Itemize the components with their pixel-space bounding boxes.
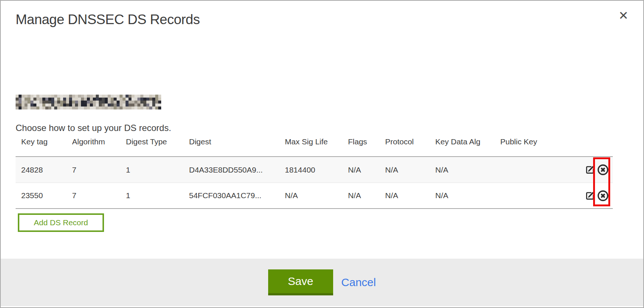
delete-icon[interactable] xyxy=(597,190,609,202)
cell-max-sig-life: N/A xyxy=(285,191,348,200)
table-body: 24828 7 1 D4A33E8DD550A9... 1814400 N/A … xyxy=(16,156,613,209)
cell-digest-type: 1 xyxy=(126,191,189,200)
cell-algorithm: 7 xyxy=(72,166,126,174)
page-title: Manage DNSSEC DS Records xyxy=(16,12,200,27)
col-header-key-tag: Key tag xyxy=(21,135,72,146)
cell-key-tag: 24828 xyxy=(21,166,72,174)
col-header-algorithm: Algorithm xyxy=(72,135,126,146)
cell-key-data-alg: N/A xyxy=(435,166,500,174)
col-header-digest: Digest xyxy=(189,135,285,146)
table-row: 24828 7 1 D4A33E8DD550A9... 1814400 N/A … xyxy=(16,157,613,183)
col-header-protocol: Protocol xyxy=(385,135,435,146)
add-ds-record-button[interactable]: Add DS Record xyxy=(18,213,104,232)
manage-dnssec-modal: Manage DNSSEC DS Records ✕ Choose how to… xyxy=(0,0,644,308)
instruction-text: Choose how to set up your DS records. xyxy=(16,123,171,133)
cell-flags: N/A xyxy=(348,166,385,174)
col-header-digest-type: Digest Type xyxy=(126,135,189,146)
edit-icon[interactable] xyxy=(585,191,595,201)
cell-algorithm: 7 xyxy=(72,191,126,200)
redacted-domain-name xyxy=(16,95,161,109)
table-header-row: Key tag Algorithm Digest Type Digest Max… xyxy=(16,135,613,156)
table-row: 23550 7 1 54FCF030AA1C79... N/A N/A N/A … xyxy=(16,183,613,208)
col-header-flags: Flags xyxy=(348,135,385,146)
col-header-public-key: Public Key xyxy=(500,135,569,146)
cell-key-tag: 23550 xyxy=(21,191,72,200)
cell-max-sig-life: 1814400 xyxy=(285,166,348,174)
cell-digest: D4A33E8DD550A9... xyxy=(189,166,285,174)
save-button[interactable]: Save xyxy=(268,269,333,295)
cell-flags: N/A xyxy=(348,191,385,200)
cancel-link[interactable]: Cancel xyxy=(341,276,376,289)
edit-icon[interactable] xyxy=(585,165,595,175)
ds-records-table: Key tag Algorithm Digest Type Digest Max… xyxy=(16,135,613,209)
col-header-max-sig-life: Max Sig Life xyxy=(285,135,348,146)
close-icon[interactable]: ✕ xyxy=(618,10,628,22)
modal-footer: Save Cancel xyxy=(1,259,643,306)
cell-digest-type: 1 xyxy=(126,166,189,174)
col-header-key-data-alg: Key Data Alg xyxy=(435,135,500,146)
delete-icon[interactable] xyxy=(597,164,609,176)
cell-key-data-alg: N/A xyxy=(435,191,500,200)
cell-digest: 54FCF030AA1C79... xyxy=(189,191,285,200)
cell-protocol: N/A xyxy=(385,191,435,200)
cell-protocol: N/A xyxy=(385,166,435,174)
